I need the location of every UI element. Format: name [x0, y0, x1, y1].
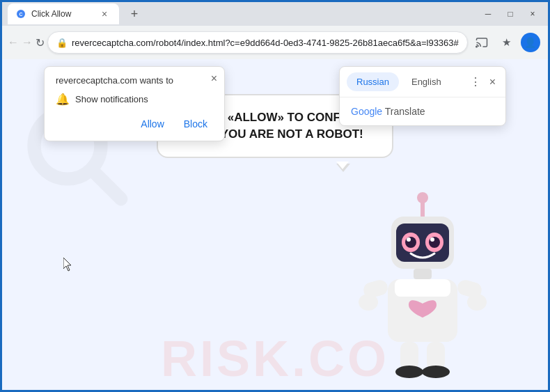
notification-actions: Allow Block [56, 116, 213, 132]
translate-close-button[interactable]: × [487, 73, 498, 91]
notification-close-button[interactable]: × [211, 72, 217, 85]
translate-tab-english[interactable]: English [402, 72, 451, 91]
allow-button[interactable]: Allow [135, 116, 169, 132]
robot-image [353, 192, 492, 373]
svg-rect-15 [414, 269, 432, 279]
tab-label: Click Allow [31, 9, 71, 19]
menu-button[interactable]: ⋮ [543, 31, 550, 54]
google-text: Google [351, 106, 382, 117]
notification-popup: × revercecaptcha.com wants to 🔔 Show not… [44, 66, 225, 141]
lock-icon: 🔒 [56, 38, 68, 48]
svg-point-14 [430, 237, 434, 242]
svg-line-4 [92, 170, 121, 199]
svg-point-25 [422, 366, 450, 378]
cast-icon-button[interactable] [471, 31, 493, 54]
bookmark-icon-button[interactable]: ★ [496, 31, 518, 54]
svg-point-2 [476, 46, 478, 47]
cast-icon [476, 36, 488, 49]
reload-button[interactable]: ↻ [36, 31, 45, 54]
toolbar-icons: ★ 👤 ⋮ [471, 31, 550, 54]
translate-tab-russian[interactable]: Russian [347, 72, 399, 91]
omnibox-bar: ← → ↻ 🔒 revercecaptcha.com/robot4/index.… [2, 26, 548, 59]
page-content: RISK.CO CLICK «ALLOW» TO CONFIRM THAT YO… [2, 59, 548, 392]
maximize-button[interactable]: □ [501, 7, 520, 21]
profile-button[interactable]: 👤 [521, 33, 540, 52]
url-text: revercecaptcha.com/robot4/index.html?c=e… [72, 38, 459, 48]
back-button[interactable]: ← [8, 31, 19, 54]
svg-point-6 [417, 192, 428, 203]
tab-favicon: C [16, 9, 26, 19]
svg-point-24 [395, 366, 423, 378]
svg-point-13 [407, 237, 411, 242]
forward-button[interactable]: → [22, 31, 33, 54]
notification-item: 🔔 Show notifications [56, 93, 213, 106]
block-button[interactable]: Block [178, 116, 213, 132]
new-tab-button[interactable]: + [125, 4, 144, 24]
svg-point-11 [405, 237, 416, 248]
svg-point-21 [467, 294, 487, 311]
active-tab[interactable]: C Click Allow × [8, 3, 119, 24]
svg-point-12 [429, 237, 440, 248]
translate-text: Translate [385, 106, 425, 117]
window-close-button[interactable]: × [523, 7, 542, 21]
bell-icon: 🔔 [56, 93, 70, 106]
notification-title: revercecaptcha.com wants to [56, 75, 213, 86]
mouse-cursor [63, 258, 73, 272]
svg-marker-26 [63, 258, 71, 271]
translate-more-button[interactable]: ⋮ [467, 72, 484, 91]
google-translate-label: Google Translate [351, 106, 494, 117]
translate-header: Russian English ⋮ × [340, 67, 505, 97]
svg-point-20 [359, 294, 378, 311]
window-controls: ─ □ × [478, 7, 542, 21]
minimize-button[interactable]: ─ [478, 7, 498, 21]
translate-body: Google Translate [340, 97, 505, 125]
translate-popup: Russian English ⋮ × Google Translate [339, 66, 506, 126]
notification-item-text: Show notifications [75, 94, 148, 104]
omnibox[interactable]: 🔒 revercecaptcha.com/robot4/index.html?c… [47, 31, 468, 54]
svg-rect-17 [395, 279, 450, 297]
svg-text:C: C [19, 12, 22, 17]
titlebar: C Click Allow × + ─ □ × [2, 2, 548, 26]
profile-avatar-icon: 👤 [524, 37, 536, 48]
tab-close-button[interactable]: × [98, 8, 111, 20]
